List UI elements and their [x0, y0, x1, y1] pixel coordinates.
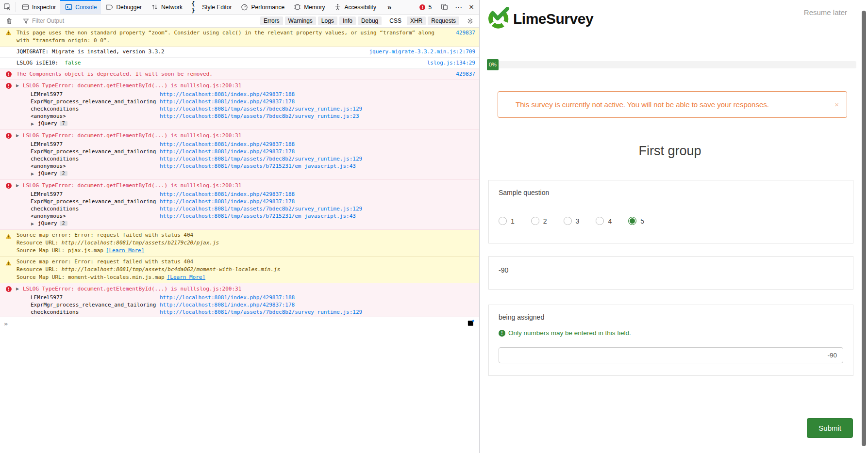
stack-frame-link[interactable]: http://localhost:8081/index.php/429837:1…: [160, 294, 295, 301]
filter-button-info[interactable]: Info: [339, 16, 356, 25]
radio-option-4[interactable]: 4: [596, 217, 612, 225]
source-location-link[interactable]: 429837: [456, 70, 475, 78]
radio-label: 2: [543, 217, 547, 225]
filter-button-debug[interactable]: Debug: [358, 16, 382, 25]
source-location-link[interactable]: lslog.js:200:31: [193, 182, 241, 190]
tab-debugger[interactable]: Debugger: [101, 0, 146, 14]
stack-frame-link[interactable]: http://localhost:8081/index.php/429837:1…: [160, 98, 295, 105]
console-settings-button[interactable]: [463, 17, 477, 25]
tab-label: Console: [75, 4, 97, 11]
warning-triangle-icon: [5, 30, 12, 38]
filter-button-errors[interactable]: Errors: [260, 16, 283, 25]
source-location-link[interactable]: lslog.js:200:31: [193, 132, 241, 140]
tab-accessibility[interactable]: Accessibility: [330, 0, 381, 14]
radio-option-5[interactable]: 5: [628, 217, 644, 225]
filter-button-logs[interactable]: Logs: [318, 16, 337, 25]
source-location-link[interactable]: jquery-migrate-3.3.2.min.js:2:709: [369, 48, 475, 56]
radio-label: 5: [640, 217, 644, 225]
chevron-double-right-icon: »: [384, 3, 395, 11]
resume-later-link[interactable]: Resume later: [804, 8, 847, 16]
group-twisty-icon[interactable]: ▶: [31, 220, 34, 228]
filter-button-warnings[interactable]: Warnings: [285, 16, 316, 25]
limesurvey-logo-icon: [487, 7, 512, 31]
group-title: First group: [480, 144, 860, 159]
radio-button[interactable]: [531, 217, 539, 225]
stack-frame-link[interactable]: http://localhost:8081/index.php/429837:1…: [160, 91, 295, 98]
expand-twisty-icon[interactable]: ▶: [16, 82, 19, 90]
radio-option-1[interactable]: 1: [499, 217, 515, 225]
learn-more-link[interactable]: [Learn More]: [106, 247, 144, 254]
radio-option-2[interactable]: 2: [531, 217, 547, 225]
error-count-badge[interactable]: 5: [416, 3, 434, 11]
stack-frame: <anonymous>http://localhost:8081/tmp/ass…: [0, 162, 479, 170]
stack-frame-link[interactable]: http://localhost:8081/index.php/429837:1…: [160, 191, 295, 198]
console-log-row: JQMIGRATE: Migrate is installed, version…: [0, 47, 479, 58]
pick-element-icon: [3, 3, 11, 11]
filter-button-css[interactable]: CSS: [386, 16, 405, 25]
stack-frame-link[interactable]: http://localhost:8081/tmp/assets/7bdec8b…: [160, 155, 362, 162]
sidebar-toggle-icon[interactable]: [467, 320, 474, 329]
tab-memory[interactable]: Memory: [289, 0, 329, 14]
collapsed-frames-group[interactable]: ▶jQuery7: [0, 120, 479, 128]
radio-button[interactable]: [564, 217, 572, 225]
styleeditor-icon: { }: [191, 3, 199, 11]
trash-icon: [5, 17, 13, 25]
source-location-link[interactable]: lslog.js:200:31: [193, 82, 241, 90]
tab-network[interactable]: Network: [146, 0, 187, 14]
radio-option-3[interactable]: 3: [564, 217, 580, 225]
pick-element-button[interactable]: [0, 0, 15, 14]
stack-frame-link[interactable]: http://localhost:8081/tmp/assets/b721523…: [160, 162, 356, 170]
group-twisty-icon[interactable]: ▶: [31, 120, 34, 128]
tab-inspector[interactable]: Inspector: [17, 0, 60, 14]
source-location-link[interactable]: lslog.js:200:31: [193, 285, 241, 293]
error-circle-icon: [5, 82, 12, 92]
progress-value: 0%: [487, 59, 499, 70]
overflow-tabs-button[interactable]: »: [381, 0, 398, 14]
radio-button[interactable]: [628, 217, 636, 225]
stack-frame: checkconditionshttp://localhost:8081/tmp…: [0, 105, 479, 113]
devtools-menu-button[interactable]: ⋯: [451, 3, 466, 12]
learn-more-link[interactable]: [Learn More]: [167, 274, 205, 280]
group-twisty-icon[interactable]: ▶: [31, 170, 34, 178]
expand-twisty-icon[interactable]: ▶: [16, 182, 19, 190]
stack-frame-link[interactable]: http://localhost:8081/index.php/429837:1…: [160, 301, 295, 308]
alert-close-icon[interactable]: ×: [835, 100, 839, 109]
tab-label: Style Editor: [202, 4, 232, 11]
radio-button[interactable]: [499, 217, 507, 225]
source-location-link[interactable]: lslog.js:134:29: [427, 59, 475, 67]
radio-label: 4: [608, 217, 612, 225]
console-filter-bar: Filter Output ErrorsWarningsLogsInfoDebu…: [0, 15, 479, 28]
collapsed-frames-group[interactable]: ▶jQuery2: [0, 170, 479, 178]
submit-button[interactable]: Submit: [807, 418, 853, 438]
stack-frame-link[interactable]: http://localhost:8081/index.php/429837:1…: [160, 141, 295, 148]
stack-frame-link[interactable]: http://localhost:8081/tmp/assets/b721523…: [160, 212, 356, 220]
console-input-row[interactable]: »: [0, 317, 479, 330]
stack-frame-link[interactable]: http://localhost:8081/tmp/assets/7bdec8b…: [160, 308, 362, 316]
radio-button[interactable]: [596, 217, 604, 225]
filter-button-requests[interactable]: Requests: [428, 16, 459, 25]
stack-frame: ExprMgr_process_relevance_and_tailoringh…: [0, 148, 479, 155]
stack-frame: checkconditionshttp://localhost:8081/tmp…: [0, 308, 479, 316]
stack-frame-link[interactable]: http://localhost:8081/tmp/assets/7bdec8b…: [160, 205, 362, 212]
expand-twisty-icon[interactable]: ▶: [16, 285, 19, 293]
collapsed-frames-group[interactable]: ▶jQuery2: [0, 220, 479, 227]
tab-performance[interactable]: Performance: [236, 0, 289, 14]
expand-twisty-icon[interactable]: ▶: [16, 132, 19, 140]
stack-frame-link[interactable]: http://localhost:8081/index.php/429837:1…: [160, 148, 295, 155]
stack-frame-link[interactable]: http://localhost:8081/tmp/assets/7bdec8b…: [160, 113, 359, 120]
filter-button-xhr[interactable]: XHR: [407, 16, 426, 25]
scrollbar-thumb[interactable]: [862, 11, 866, 446]
numeric-answer-input[interactable]: [499, 347, 843, 363]
tab-label: Memory: [304, 4, 325, 11]
stack-frame-link[interactable]: http://localhost:8081/tmp/assets/7bdec8b…: [160, 105, 362, 113]
source-location-link[interactable]: 429837: [456, 29, 475, 37]
error-message: ▶LSLOG TypeError: document.getElementByI…: [0, 131, 479, 141]
tab-console[interactable]: Console: [60, 0, 101, 14]
filter-output-input[interactable]: Filter Output: [19, 17, 259, 25]
tab-label: Debugger: [116, 4, 142, 11]
clear-console-button[interactable]: [2, 17, 17, 25]
close-devtools-button[interactable]: ×: [466, 2, 477, 12]
split-console-button[interactable]: [437, 3, 451, 11]
tab-style-editor[interactable]: { }Style Editor: [187, 0, 236, 14]
stack-frame-link[interactable]: http://localhost:8081/index.php/429837:1…: [160, 198, 295, 205]
